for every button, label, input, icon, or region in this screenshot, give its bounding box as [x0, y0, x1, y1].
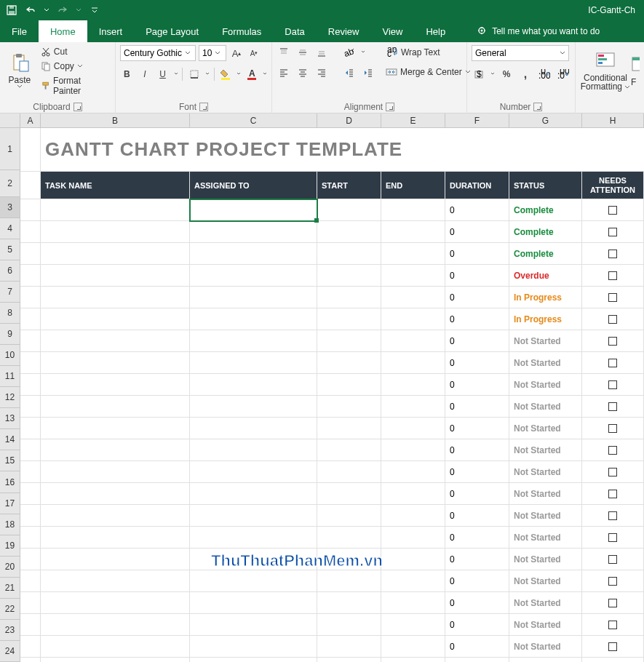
cell-assignedto[interactable]	[190, 287, 317, 308]
cell-assignedto[interactable]	[190, 570, 317, 592]
font-color-icon[interactable]: A	[245, 67, 259, 81]
cell-duration[interactable]: 0	[445, 658, 509, 662]
clipboard-launcher-icon[interactable]	[73, 103, 82, 111]
cell-assignedto[interactable]	[190, 461, 317, 483]
decrease-decimal-icon[interactable]: .00.0	[556, 67, 571, 81]
tab-insert[interactable]: Insert	[87, 20, 135, 42]
cell-duration[interactable]: 0	[445, 352, 509, 374]
cell-status[interactable]: In Progress	[509, 308, 582, 330]
bold-icon[interactable]: B	[120, 67, 134, 81]
row-header-14[interactable]: 14	[0, 429, 20, 450]
cell-attention-checkbox[interactable]	[582, 549, 644, 570]
align-right-icon[interactable]	[314, 65, 329, 80]
cell-assignedto[interactable]	[190, 199, 317, 221]
cell-attention-checkbox[interactable]	[582, 570, 644, 592]
cell-assignedto[interactable]	[190, 592, 317, 614]
row-header-18[interactable]: 18	[0, 514, 20, 535]
cell-attention-checkbox[interactable]	[582, 636, 644, 658]
cell-status[interactable]: Not Started	[509, 330, 582, 352]
cell-attention-checkbox[interactable]	[582, 461, 644, 483]
cell-duration[interactable]: 0	[445, 199, 509, 221]
font-size-select[interactable]: 10	[199, 45, 226, 61]
row-header-9[interactable]: 9	[0, 324, 20, 345]
cell-duration[interactable]: 0	[445, 505, 509, 527]
cell-assignedto[interactable]	[190, 308, 317, 330]
column-header-H[interactable]: H	[582, 113, 644, 127]
cell-taskname[interactable]	[41, 636, 190, 658]
increase-font-icon[interactable]: A▴	[229, 46, 244, 60]
cell-assignedto[interactable]	[190, 658, 317, 662]
cell-assignedto[interactable]	[190, 265, 317, 287]
increase-indent-icon[interactable]	[361, 65, 375, 80]
cell-duration[interactable]: 0	[445, 308, 509, 330]
cell-attention-checkbox[interactable]	[582, 330, 644, 352]
cell-status[interactable]: Complete	[509, 221, 582, 243]
decrease-font-icon[interactable]: A▾	[247, 46, 261, 60]
tell-me-search[interactable]: Tell me what you want to do	[464, 20, 611, 42]
cell-assignedto[interactable]	[190, 396, 317, 418]
cell-duration[interactable]: 0	[445, 243, 509, 265]
number-launcher-icon[interactable]	[533, 103, 542, 111]
alignment-launcher-icon[interactable]	[386, 103, 394, 111]
header-needs-attention[interactable]: NEEDSATTENTION	[582, 172, 644, 199]
borders-icon[interactable]	[187, 67, 201, 81]
cell-duration[interactable]: 0	[445, 265, 509, 287]
cell-attention-checkbox[interactable]	[582, 374, 644, 396]
align-middle-icon[interactable]	[295, 45, 310, 60]
cell-taskname[interactable]	[41, 549, 190, 570]
header-end[interactable]: END	[381, 172, 445, 199]
undo-icon[interactable]	[25, 4, 36, 16]
cell-status[interactable]: Not Started	[509, 396, 582, 418]
row-header-3[interactable]: 3	[0, 197, 20, 218]
cell-duration[interactable]: 0	[445, 592, 509, 614]
row-header-7[interactable]: 7	[0, 282, 20, 303]
font-launcher-icon[interactable]	[199, 103, 208, 111]
cells-area[interactable]: GANTT CHART PROJECT TEMPLATETASK NAMEASS…	[20, 128, 644, 662]
cell-status[interactable]: Not Started	[509, 439, 582, 461]
orientation-icon[interactable]: ab	[342, 45, 357, 60]
italic-icon[interactable]: I	[138, 67, 152, 81]
column-header-A[interactable]: A	[20, 113, 41, 127]
cell-taskname[interactable]	[41, 505, 190, 527]
cell-taskname[interactable]	[41, 199, 190, 221]
cell-assignedto[interactable]	[190, 374, 317, 396]
cell-status[interactable]: Overdue	[509, 265, 582, 287]
tab-file[interactable]: File	[0, 20, 39, 42]
cell-status[interactable]: Not Started	[509, 374, 582, 396]
header-start[interactable]: START	[317, 172, 381, 199]
cell-taskname[interactable]	[41, 308, 190, 330]
cell-attention-checkbox[interactable]	[582, 221, 644, 243]
cell-status[interactable]: Not Started	[509, 570, 582, 592]
cell-attention-checkbox[interactable]	[582, 352, 644, 374]
header-assigned-to[interactable]: ASSIGNED TO	[190, 172, 317, 199]
cell-assignedto[interactable]	[190, 330, 317, 352]
cell-attention-checkbox[interactable]	[582, 396, 644, 418]
redo-icon[interactable]	[57, 4, 68, 16]
cell-attention-checkbox[interactable]	[582, 505, 644, 527]
cell-duration[interactable]: 0	[445, 221, 509, 243]
cell-taskname[interactable]	[41, 439, 190, 461]
cell-duration[interactable]: 0	[445, 636, 509, 658]
cell-duration[interactable]: 0	[445, 396, 509, 418]
row-header-10[interactable]: 10	[0, 345, 20, 366]
align-top-icon[interactable]	[277, 45, 291, 60]
tab-help[interactable]: Help	[414, 20, 457, 42]
row-header-22[interactable]: 22	[0, 599, 20, 620]
cell-assignedto[interactable]	[190, 418, 317, 439]
header-duration[interactable]: DURATION	[445, 172, 509, 199]
cell-status[interactable]: Not Started	[509, 592, 582, 614]
cell-status[interactable]: Not Started	[509, 418, 582, 439]
cell-status[interactable]: Not Started	[509, 352, 582, 374]
cell-taskname[interactable]	[41, 570, 190, 592]
cell-duration[interactable]: 0	[445, 330, 509, 352]
tab-home[interactable]: Home	[39, 20, 87, 42]
align-center-icon[interactable]	[295, 65, 310, 80]
cell-duration[interactable]: 0	[445, 527, 509, 549]
cell-attention-checkbox[interactable]	[582, 265, 644, 287]
column-header-C[interactable]: C	[190, 113, 317, 127]
row-header-15[interactable]: 15	[0, 450, 20, 471]
row-header-16[interactable]: 16	[0, 471, 20, 492]
row-header-24[interactable]: 24	[0, 641, 20, 662]
row-header-8[interactable]: 8	[0, 303, 20, 324]
cell-assignedto[interactable]	[190, 483, 317, 505]
